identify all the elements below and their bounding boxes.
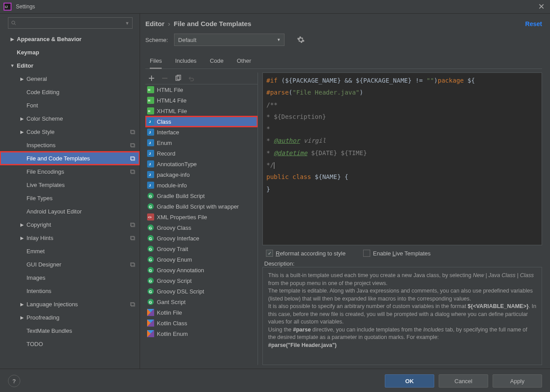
groovy-file-icon: G [147, 266, 154, 274]
template-item-label: package-info [157, 171, 190, 178]
code-token: @datetime [274, 149, 307, 156]
sidebar-item-file-encodings[interactable]: File Encodings [0, 165, 140, 178]
gear-icon[interactable] [297, 36, 305, 44]
template-item-label: Groovy DSL Script [157, 288, 204, 295]
template-item-gradle-build-script-with-wrapper[interactable]: GGradle Build Script with wrapper [145, 201, 258, 212]
template-panel: HHTML FileHHTML4 FileHXHTML FileJClassJI… [145, 72, 258, 365]
template-item-html4-file[interactable]: HHTML4 File [145, 95, 258, 106]
sidebar-item-language-injections[interactable]: ▶Language Injections [0, 297, 140, 311]
template-item-groovy-annotation[interactable]: GGroovy Annotation [145, 265, 258, 275]
search-input-wrapper[interactable]: ▼ [8, 17, 133, 29]
code-token: /** [266, 99, 538, 111]
sidebar-item-label: Keymap [17, 49, 39, 56]
template-item-label: Kotlin File [157, 309, 182, 316]
sidebar-item-images[interactable]: Images [0, 271, 140, 284]
sidebar-item-color-scheme[interactable]: ▶Color Scheme [0, 112, 140, 125]
cancel-button[interactable]: Cancel [439, 374, 488, 388]
svg-point-3 [12, 21, 15, 24]
sidebar-item-appearance-behavior[interactable]: ▶Appearance & Behavior [0, 32, 140, 46]
template-item-module-info[interactable]: Jmodule-info [145, 180, 258, 190]
template-item-label: Gant Script [157, 299, 186, 305]
template-item-groovy-enum[interactable]: GGroovy Enum [145, 254, 258, 265]
template-item-gant-script[interactable]: GGant Script [145, 297, 258, 307]
sidebar-item-file-types[interactable]: File Types [0, 191, 140, 205]
template-item-annotationtype[interactable]: JAnnotationType [145, 159, 258, 169]
sidebar-item-label: File and Code Templates [27, 155, 90, 162]
sidebar-item-code-style[interactable]: ▶Code Style [0, 125, 140, 138]
scheme-select[interactable]: Default ▼ [174, 34, 284, 46]
enable-live-templates-checkbox[interactable]: Enable Live Templates [363, 250, 431, 257]
reformat-checkbox[interactable]: Reformat according to style [266, 250, 345, 257]
tab-other[interactable]: Other [237, 55, 251, 69]
template-item-groovy-trait[interactable]: GGroovy Trait [145, 244, 258, 254]
template-item-kotlin-class[interactable]: Kotlin Class [145, 318, 258, 328]
template-item-groovy-script[interactable]: GGroovy Script [145, 275, 258, 286]
reset-link[interactable]: Reset [525, 20, 542, 27]
tab-includes[interactable]: Includes [175, 55, 196, 69]
sidebar-item-file-and-code-templates[interactable]: File and Code Templates [0, 152, 140, 165]
html-file-icon: H [147, 97, 154, 104]
tab-code[interactable]: Code [210, 55, 224, 69]
help-button[interactable]: ? [8, 375, 20, 387]
template-item-interface[interactable]: JInterface [145, 127, 258, 137]
sidebar-item-label: Intentions [27, 288, 51, 294]
title-bar: IJ Settings ✕ [0, 0, 550, 14]
apply-button[interactable]: Apply [493, 374, 542, 388]
scheme-value: Default [178, 37, 196, 43]
search-input[interactable] [16, 19, 123, 27]
sidebar-item-emmet[interactable]: Emmet [0, 244, 140, 258]
template-item-groovy-interface[interactable]: GGroovy Interface [145, 233, 258, 244]
kotlin-file-icon [147, 330, 154, 337]
chevron-down-icon: ▼ [277, 38, 281, 42]
settings-tree[interactable]: ▶Appearance & BehaviorKeymap▼Editor▶Gene… [0, 32, 140, 369]
sidebar-item-code-editing[interactable]: Code Editing [0, 85, 140, 99]
sidebar-item-android-layout-editor[interactable]: Android Layout Editor [0, 205, 140, 218]
template-item-groovy-dsl-script[interactable]: GGroovy DSL Script [145, 286, 258, 297]
svg-text:H: H [148, 88, 150, 91]
sidebar-item-label: Proofreading [27, 314, 59, 321]
tab-files[interactable]: Files [150, 55, 162, 69]
ok-button[interactable]: OK [385, 374, 434, 388]
svg-text:J: J [149, 162, 151, 166]
add-icon[interactable] [148, 75, 155, 82]
sidebar-item-proofreading[interactable]: ▶Proofreading [0, 311, 140, 324]
copy-icon[interactable] [174, 75, 182, 82]
sidebar-item-keymap[interactable]: Keymap [0, 46, 140, 59]
tree-arrow-icon: ▶ [10, 37, 15, 42]
code-editor[interactable]: #if (${PACKAGE_NAME} && ${PACKAGE_NAME} … [262, 72, 542, 245]
kotlin-file-icon [147, 309, 154, 316]
template-item-kotlin-file[interactable]: Kotlin File [145, 307, 258, 318]
template-item-enum[interactable]: JEnum [145, 137, 258, 148]
sidebar-item-label: Font [27, 102, 38, 109]
template-item-class[interactable]: JClass [145, 116, 258, 127]
sidebar-item-editor[interactable]: ▼Editor [0, 59, 140, 72]
sidebar-item-copyright[interactable]: ▶Copyright [0, 218, 140, 231]
template-item-kotlin-enum[interactable]: Kotlin Enum [145, 328, 258, 339]
sidebar-item-gui-designer[interactable]: GUI Designer [0, 258, 140, 271]
close-icon[interactable]: ✕ [536, 3, 546, 11]
template-item-html-file[interactable]: HHTML File [145, 84, 258, 95]
template-item-label: Groovy Class [157, 225, 191, 231]
code-token: virgil [300, 137, 326, 144]
template-toolbar [145, 72, 258, 84]
code-token: #if [266, 77, 277, 84]
template-item-gradle-build-script[interactable]: GGradle Build Script [145, 190, 258, 201]
svg-text:IJ: IJ [5, 5, 8, 9]
sidebar-item-intentions[interactable]: Intentions [0, 284, 140, 297]
sidebar-item-live-templates[interactable]: Live Templates [0, 178, 140, 191]
template-item-xhtml-file[interactable]: HXHTML File [145, 106, 258, 116]
template-item-record[interactable]: JRecord [145, 148, 258, 159]
sidebar-item-font[interactable]: Font [0, 99, 140, 112]
chevron-down-icon[interactable]: ▼ [125, 21, 129, 26]
sidebar-item-inlay-hints[interactable]: ▶Inlay Hints [0, 231, 140, 244]
template-list[interactable]: HHTML FileHHTML4 FileHXHTML FileJClassJI… [145, 84, 258, 365]
sidebar-item-general[interactable]: ▶General [0, 72, 140, 85]
template-item-groovy-class[interactable]: GGroovy Class [145, 222, 258, 233]
template-item-package-info[interactable]: Jpackage-info [145, 169, 258, 180]
sidebar-item-todo[interactable]: TODO [0, 337, 140, 350]
template-item-label: Interface [157, 129, 179, 136]
template-item-xml-properties-file[interactable]: <>XML Properties File [145, 212, 258, 222]
sidebar-item-textmate-bundles[interactable]: TextMate Bundles [0, 324, 140, 337]
dialog-footer: ? OK Cancel Apply [0, 369, 550, 392]
sidebar-item-inspections[interactable]: Inspections [0, 138, 140, 152]
